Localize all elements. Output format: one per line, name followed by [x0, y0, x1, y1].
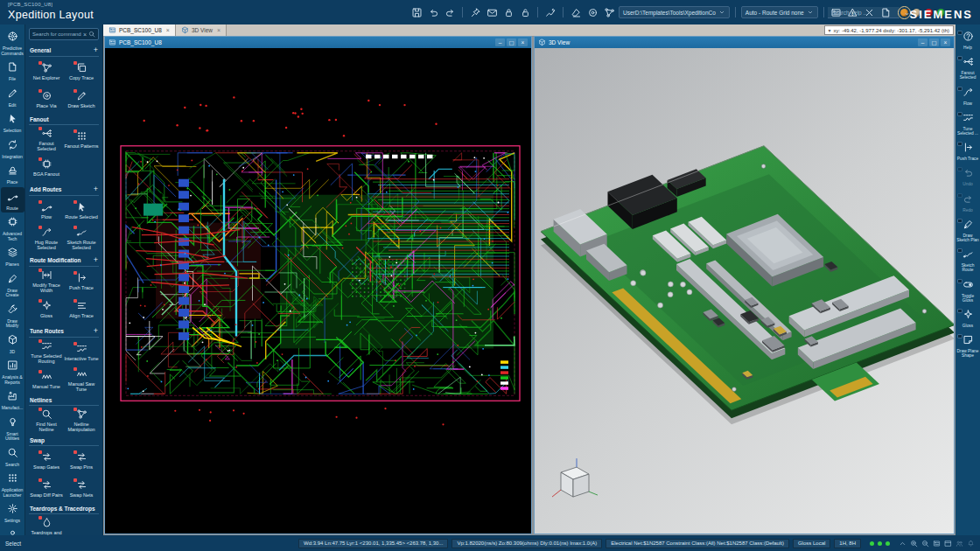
quickbar-item-redo[interactable]: Redo [956, 191, 980, 213]
sidebar-item-route[interactable]: Route [1, 187, 24, 213]
sidebar-item-smart-utilities[interactable]: Smart Utilities [1, 413, 24, 443]
fanout-patterns-button[interactable]: Fanout Patterns [64, 125, 99, 153]
chevron-up-icon[interactable] [899, 540, 906, 548]
sidebar-item-advanced-tech[interactable]: Advanced Tech [1, 213, 24, 243]
bga-fanout-button[interactable]: BGA Fanout [29, 153, 64, 181]
command-search-input[interactable] [32, 31, 81, 37]
quickbar-item-tune-selected-[interactable]: Tune Selected ... [956, 109, 980, 136]
sidebar-item-analysis-reports[interactable]: Analysis & Reports [1, 356, 24, 387]
sidebar-item-file[interactable]: File [1, 58, 24, 84]
manual-saw-tune-button[interactable]: Manual Saw Tune [64, 366, 99, 394]
copy-trace-button[interactable]: Copy Trace [64, 57, 99, 85]
sidebar-item-planes[interactable]: Planes [1, 243, 24, 269]
close-button[interactable]: × [518, 38, 528, 46]
fanout-selected-button[interactable]: Fanout Selected [29, 125, 64, 153]
tab-3d-view[interactable]: 3D View× [176, 24, 227, 36]
view-3d-canvas-area[interactable] [535, 48, 954, 534]
quickbar-item-flow[interactable]: Flow [956, 84, 980, 107]
section-header-route-modification[interactable]: Route Modification+ [29, 254, 99, 267]
pcb-window-titlebar[interactable]: PCB_SC100_U8 – ▢ × [105, 37, 531, 48]
sidebar-item-manufact-[interactable]: Manufact... [1, 387, 24, 413]
gloss-button[interactable]: Gloss [29, 295, 64, 323]
clear-search-icon[interactable]: × [83, 31, 87, 38]
command-search[interactable]: × [29, 28, 99, 40]
expand-section-icon[interactable]: + [94, 185, 98, 193]
tab-pcb-sc100-u8[interactable]: PCB_SC100_U8× [103, 24, 176, 36]
manual-tune-button[interactable]: Manual Tune [29, 366, 64, 394]
mail-icon[interactable] [485, 5, 499, 19]
expand-section-icon[interactable]: + [94, 326, 98, 335]
plow-button[interactable]: Plow [29, 196, 64, 224]
quickbar-item-undo[interactable]: Undo [956, 164, 980, 187]
lock-icon[interactable] [501, 5, 515, 19]
quickbar-item-fanout-selected[interactable]: Fanout Selected [956, 53, 980, 80]
minimize-button[interactable]: – [495, 38, 505, 46]
sidebar-item-integration[interactable]: Integration [1, 136, 24, 162]
pin-icon[interactable] [468, 5, 482, 19]
board-icon[interactable] [933, 540, 941, 548]
template-path-dropdown[interactable]: UserD:\Templates\Tools\XpeditionCo [619, 6, 730, 18]
net-explorer-button[interactable]: Net Explorer [29, 57, 64, 85]
sidebar-item-draw-create[interactable]: Draw Create [1, 269, 24, 300]
route-selected-button[interactable]: Route Selected [64, 196, 99, 224]
section-header-swap[interactable]: Swap [29, 436, 99, 446]
help-search-input[interactable] [828, 7, 900, 18]
sidebar-item-search[interactable]: Search [1, 443, 24, 470]
sidebar-item-application-launcher[interactable]: Application Launcher [1, 469, 24, 499]
route-grid-dropdown[interactable]: Auto - Route Grid none [741, 6, 818, 18]
eraser-icon[interactable] [569, 5, 583, 19]
sidebar-item-selection[interactable]: Selection [1, 109, 24, 136]
netline-icon[interactable] [602, 5, 616, 19]
zoom-out-icon[interactable] [921, 540, 929, 548]
restore-button[interactable]: ▢ [507, 38, 516, 46]
sketch-route-selected-button[interactable]: Sketch Route Selected [64, 224, 99, 252]
section-header-general[interactable]: General+ [29, 44, 99, 57]
section-header-fanout[interactable]: Fanout [29, 115, 99, 125]
sidebar-item-assistance[interactable]: Assistance [1, 526, 24, 536]
chevron-down-icon[interactable]: ▾ [829, 27, 831, 33]
align-trace-button[interactable]: Align Trace [64, 295, 99, 323]
section-header-netlines[interactable]: Netlines [29, 395, 99, 406]
hug-route-selected-button[interactable]: Hug Route Selected [29, 224, 64, 252]
quickbar-item-gloss[interactable]: Gloss [956, 306, 980, 329]
quickbar-item-draw-sketch-plan[interactable]: Draw Sketch Plan [956, 216, 980, 243]
via-icon[interactable] [585, 5, 599, 19]
people-icon[interactable] [956, 540, 963, 548]
minimize-button[interactable]: – [918, 38, 928, 46]
find-next-netline-button[interactable]: Find Next Netline [29, 406, 64, 434]
restore-button[interactable]: ▢ [929, 38, 939, 46]
quickbar-item-draw-plane-shape[interactable]: Draw Plane Shape [956, 331, 980, 359]
quickbar-item-sketch-route[interactable]: Sketch Route [956, 246, 980, 273]
swap-gates-button[interactable]: Swap Gates [29, 446, 64, 474]
redo-icon[interactable] [443, 5, 457, 19]
draw-sketch-button[interactable]: Draw Sketch [64, 85, 99, 113]
zoom-in-icon[interactable] [910, 540, 918, 548]
sidebar-item-3d[interactable]: 3D [1, 331, 24, 357]
close-icon[interactable]: × [217, 27, 220, 33]
expand-section-icon[interactable]: + [94, 255, 98, 264]
sidebar-item-settings[interactable]: Settings [1, 499, 24, 526]
sidebar-item-predictive-commands[interactable]: Predictive Commands [1, 27, 24, 58]
bell-icon[interactable] [967, 540, 975, 548]
sidebar-item-place[interactable]: Place [1, 161, 24, 187]
expand-section-icon[interactable]: + [94, 45, 98, 54]
push-trace-button[interactable]: Push Trace [64, 267, 99, 295]
pcb-2d-canvas-area[interactable] [105, 48, 531, 534]
section-header-tune-routes[interactable]: Tune Routes+ [29, 324, 99, 338]
sidebar-item-draw-modify[interactable]: Draw Modify [1, 300, 24, 331]
teardrops-and-tracedrops-button[interactable]: Teardrops and Tracedrops [29, 514, 64, 535]
tune-selected-routing-button[interactable]: Tune Selected Routing [29, 338, 64, 366]
interactive-tune-button[interactable]: Interactive Tune [64, 338, 99, 366]
section-header-teardrops-tracedrops[interactable]: Teardrops & Tracedrops [29, 504, 99, 514]
window-icon[interactable] [944, 540, 952, 548]
modify-trace-width-button[interactable]: Modify Trace Width [29, 267, 64, 295]
view-3d-window-titlebar[interactable]: 3D View – ▢ × [535, 37, 954, 48]
swap-diff-pairs-button[interactable]: Swap Diff Pairs [29, 474, 64, 502]
close-button[interactable]: × [941, 38, 950, 46]
undo-icon[interactable] [426, 5, 440, 19]
place-via-button[interactable]: Place Via [29, 85, 64, 113]
sidebar-item-edit[interactable]: Edit [1, 84, 24, 110]
swap-nets-button[interactable]: Swap Nets [64, 474, 99, 502]
save-icon[interactable] [410, 5, 424, 19]
swap-pins-button[interactable]: Swap Pins [64, 446, 99, 474]
